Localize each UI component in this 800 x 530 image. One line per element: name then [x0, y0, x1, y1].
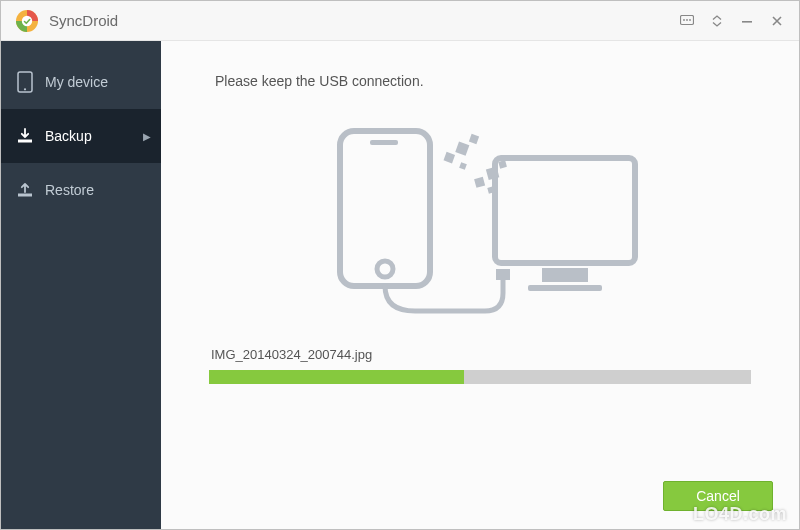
- sidebar: My device Backup ▶ Restore: [1, 41, 161, 529]
- sidebar-item-restore[interactable]: Restore: [1, 163, 161, 217]
- sidebar-item-label: Restore: [45, 182, 94, 198]
- svg-rect-20: [469, 134, 479, 144]
- svg-point-1: [22, 15, 32, 25]
- svg-rect-15: [542, 268, 588, 282]
- progress-fill: [209, 370, 464, 384]
- svg-rect-9: [18, 140, 32, 143]
- current-file-label: IMG_20140324_200744.jpg: [211, 347, 751, 362]
- device-icon: [15, 72, 35, 92]
- instruction-text: Please keep the USB connection.: [215, 73, 751, 89]
- chevron-right-icon: ▶: [143, 131, 151, 142]
- backup-icon: [15, 126, 35, 146]
- restore-icon: [15, 180, 35, 200]
- svg-point-3: [683, 19, 685, 21]
- svg-rect-16: [528, 285, 602, 291]
- sidebar-item-label: Backup: [45, 128, 92, 144]
- feedback-icon[interactable]: [679, 13, 695, 29]
- sidebar-item-label: My device: [45, 74, 108, 90]
- svg-rect-14: [495, 158, 635, 263]
- sync-illustration: [209, 113, 751, 323]
- svg-rect-18: [444, 152, 456, 164]
- svg-rect-10: [18, 194, 32, 197]
- body: My device Backup ▶ Restore Please keep t…: [1, 41, 799, 529]
- close-button[interactable]: [769, 13, 785, 29]
- sidebar-item-backup[interactable]: Backup ▶: [1, 109, 161, 163]
- app-title: SyncDroid: [49, 12, 118, 29]
- svg-rect-17: [496, 269, 510, 280]
- menu-toggle-icon[interactable]: [709, 13, 725, 29]
- titlebar: SyncDroid: [1, 1, 799, 41]
- svg-point-13: [377, 261, 393, 277]
- window-controls: [679, 13, 791, 29]
- svg-rect-21: [459, 162, 467, 170]
- svg-rect-6: [742, 21, 752, 23]
- minimize-button[interactable]: [739, 13, 755, 29]
- app-window: SyncDroid My device: [0, 0, 800, 530]
- svg-rect-19: [455, 142, 469, 156]
- svg-rect-22: [474, 177, 485, 188]
- svg-point-4: [686, 19, 688, 21]
- watermark: LO4D.com: [693, 504, 787, 525]
- svg-rect-24: [498, 160, 507, 169]
- progress-bar: [209, 370, 751, 384]
- sidebar-item-my-device[interactable]: My device: [1, 55, 161, 109]
- app-logo-icon: [15, 9, 39, 33]
- svg-point-8: [24, 88, 26, 90]
- svg-rect-12: [370, 140, 398, 145]
- main-panel: Please keep the USB connection.: [161, 41, 799, 529]
- svg-point-5: [689, 19, 691, 21]
